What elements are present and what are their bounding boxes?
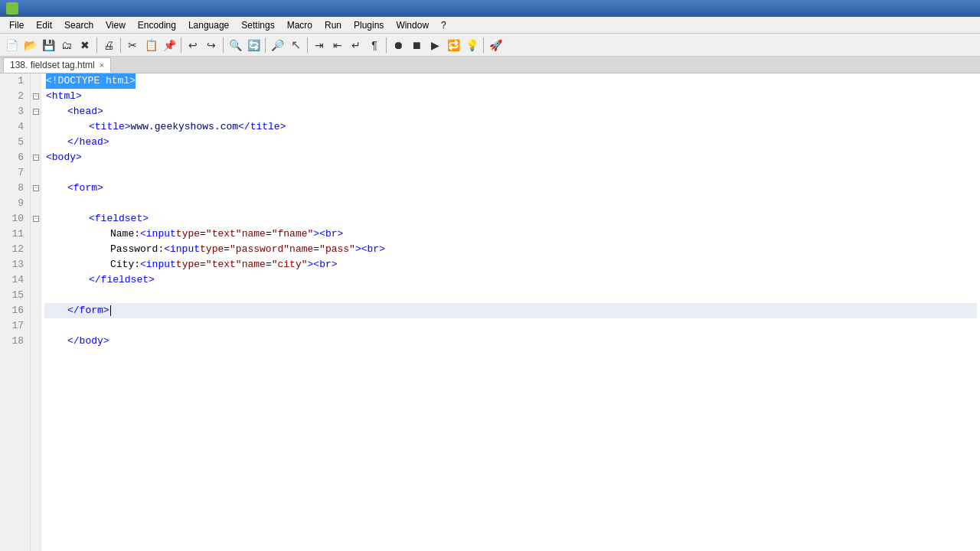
copy-button[interactable]: 📋 — [142, 37, 159, 54]
indent-space — [46, 257, 110, 272]
token-plain: Password: — [110, 242, 164, 257]
new-button[interactable]: 📄 — [3, 37, 20, 54]
code-line[interactable] — [44, 165, 977, 181]
menu-item-language[interactable]: Language — [182, 18, 235, 32]
text-cursor — [110, 305, 111, 316]
menu-item-file[interactable]: File — [3, 18, 30, 32]
token-attr-val: "fname" — [272, 227, 314, 242]
undo-button[interactable]: ↩ — [185, 37, 201, 54]
token-tag: <br> — [361, 242, 385, 257]
code-line[interactable]: </form> — [44, 303, 977, 318]
code-line[interactable]: <fieldset> — [44, 211, 977, 227]
sep3 — [181, 37, 181, 53]
line-number: 14 — [3, 272, 24, 288]
token-plain: = — [200, 257, 206, 272]
token-tag: > — [355, 242, 361, 257]
indent-space — [46, 104, 67, 119]
line-number: 7 — [3, 165, 24, 181]
token-attr-val: "city" — [272, 257, 308, 272]
save-button[interactable]: 💾 — [40, 37, 57, 54]
line-number: 1 — [3, 73, 24, 89]
macro-play[interactable]: ▶ — [426, 37, 443, 54]
code-line[interactable]: <head> — [44, 104, 977, 119]
redo-button[interactable]: ↪ — [203, 37, 220, 54]
token-tag: <input — [164, 242, 200, 257]
menu-item-view[interactable]: View — [100, 18, 132, 32]
code-line[interactable]: </head> — [44, 135, 977, 150]
indent-button[interactable]: ⇥ — [311, 37, 328, 54]
fold-box[interactable]: − — [33, 93, 39, 99]
paste-button[interactable]: 📌 — [161, 37, 178, 54]
toolbar: 📄 📂 💾 🗂 ✖ 🖨 ✂ 📋 📌 ↩ ↪ 🔍 🔄 🔎 ↖ ⇥ ⇤ ↵ ¶ ⏺ … — [0, 34, 980, 57]
code-line[interactable]: </body> — [44, 334, 977, 349]
code-area[interactable]: <!DOCTYPE html><html> <head> <title> www… — [41, 73, 980, 551]
code-line[interactable] — [44, 288, 977, 303]
fold-gutter-row[interactable]: − — [31, 89, 41, 104]
unindent-button[interactable]: ⇤ — [329, 37, 346, 54]
code-line[interactable]: Password: <input type="password" name="p… — [44, 242, 977, 257]
code-line[interactable]: Name: <input type="text" name="fname"><b… — [44, 227, 977, 242]
fold-gutter-row[interactable]: − — [31, 104, 41, 119]
line-number: 6 — [3, 150, 24, 165]
line-number: 15 — [3, 288, 24, 303]
macro-stop[interactable]: ⏹ — [408, 37, 425, 54]
code-line[interactable]: <!DOCTYPE html> — [44, 73, 977, 89]
token-tag: <br> — [313, 257, 337, 272]
open-button[interactable]: 📂 — [21, 37, 38, 54]
token-tag: <input — [140, 227, 176, 242]
replace-button[interactable]: 🔄 — [245, 37, 262, 54]
menu-item-search[interactable]: Search — [58, 18, 100, 32]
menu-item-?[interactable]: ? — [435, 18, 452, 32]
zoom-in-button[interactable]: 🔎 — [269, 37, 286, 54]
fold-box[interactable]: − — [33, 216, 39, 222]
menu-item-edit[interactable]: Edit — [30, 18, 58, 32]
print-button[interactable]: 🖨 — [100, 37, 117, 54]
tab[interactable]: 138. fieldset tag.html× — [3, 57, 111, 73]
sep4 — [223, 37, 224, 53]
code-line[interactable]: <body> — [44, 150, 977, 165]
fold-box[interactable]: − — [33, 155, 39, 161]
wrap-button[interactable]: ↵ — [348, 37, 364, 54]
launch-button[interactable]: 🚀 — [487, 37, 504, 54]
token-tag: <head> — [67, 104, 103, 119]
cut-button[interactable]: ✂ — [124, 37, 141, 54]
menu-item-encoding[interactable]: Encoding — [132, 18, 182, 32]
fold-gutter-row — [31, 135, 41, 150]
code-line[interactable]: City: <input type="text" name="city"><br… — [44, 257, 977, 272]
token-plain: = — [200, 227, 206, 242]
fold-gutter-row — [31, 119, 41, 135]
cursor-button[interactable]: ↖ — [287, 37, 304, 54]
menu-item-macro[interactable]: Macro — [281, 18, 318, 32]
fold-box[interactable]: − — [33, 109, 39, 115]
fold-gutter-row[interactable]: − — [31, 150, 41, 165]
indent-space — [46, 334, 67, 349]
find-button[interactable]: 🔍 — [227, 37, 243, 54]
fold-gutter-row[interactable]: − — [31, 211, 41, 227]
close-button[interactable]: ✖ — [77, 37, 93, 54]
code-line[interactable] — [44, 196, 977, 211]
fold-gutter-row[interactable]: − — [31, 181, 41, 196]
code-line[interactable]: <title> www.geekyshows.com </title> — [44, 119, 977, 135]
fold-box[interactable]: − — [33, 185, 39, 191]
token-attr-name: type — [176, 227, 200, 242]
line-number: 3 — [3, 104, 24, 119]
menu-item-run[interactable]: Run — [318, 18, 348, 32]
fold-gutter-row — [31, 303, 41, 318]
code-line[interactable]: <form> — [44, 181, 977, 196]
code-line[interactable]: </fieldset> — [44, 272, 977, 288]
token-tag: <input — [140, 257, 176, 272]
menu-item-window[interactable]: Window — [390, 18, 435, 32]
lf-button[interactable]: ¶ — [366, 37, 383, 54]
menu-item-plugins[interactable]: Plugins — [348, 18, 390, 32]
code-line[interactable] — [44, 318, 977, 334]
macro-rec[interactable]: ⏺ — [390, 37, 407, 54]
token-tag: <body> — [46, 150, 82, 165]
macro-loop[interactable]: 🔁 — [445, 37, 462, 54]
code-line[interactable]: <html> — [44, 89, 977, 104]
indent-space — [46, 303, 67, 318]
menu-item-settings[interactable]: Settings — [235, 18, 280, 32]
macro-save[interactable]: 💡 — [463, 37, 480, 54]
tab-bar: 138. fieldset tag.html× — [0, 57, 980, 73]
save-all-button[interactable]: 🗂 — [58, 37, 75, 54]
tab-close-btn[interactable]: × — [100, 60, 104, 70]
